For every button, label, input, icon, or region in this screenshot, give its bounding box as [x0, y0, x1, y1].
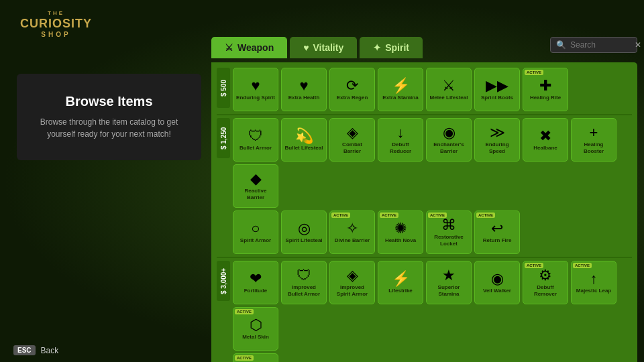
search-bar[interactable]: 🔍 ✕ [550, 37, 637, 53]
item-card[interactable]: ⚡Extra Stamina [378, 68, 423, 111]
item-card[interactable]: ACTIVE✺Health Nova [378, 210, 423, 254]
item-card[interactable]: ⚔Melee Lifesteal [426, 68, 472, 111]
item-icon: ♥ [299, 78, 308, 93]
item-name: Spirit Armor [240, 237, 271, 244]
price-row: $ 500♥Enduring Spirit♥Extra Health⟳Extra… [217, 68, 632, 111]
item-icon: ⚡ [392, 272, 410, 286]
item-card[interactable]: ○Spirit Armor [233, 210, 278, 254]
item-name: Sprint Boots [481, 95, 513, 101]
item-name: Spirit Lifesteal [285, 237, 322, 244]
item-card[interactable]: ↓Debuff Reducer [378, 118, 423, 162]
active-badge: ACTIVE [235, 355, 254, 361]
tab-vitality[interactable]: ♥ Vitality [290, 37, 357, 58]
item-name: Health Nova [385, 237, 416, 244]
item-icon: ◆ [250, 172, 262, 186]
item-card[interactable]: ❤Fortitude [233, 261, 278, 304]
spirit-icon: ✦ [373, 42, 381, 53]
active-badge: ACTIVE [235, 309, 254, 314]
item-icon: ↩ [491, 221, 503, 236]
item-icon: ⟳ [346, 78, 358, 93]
item-card[interactable]: ACTIVE⚙Debuff Remover [523, 261, 568, 304]
item-name: Restorative Locket [429, 234, 468, 247]
item-icon: ✺ [394, 221, 407, 236]
vitality-icon: ♥ [303, 42, 309, 53]
back-label: Back [41, 346, 59, 355]
item-icon: ◉ [443, 125, 455, 140]
item-name: Divine Barrier [335, 237, 370, 244]
esc-key: ESC [13, 345, 36, 355]
item-icon: ◈ [347, 268, 358, 283]
item-icon: + [590, 125, 598, 140]
logo-curiosity: CURIOSITY [20, 17, 92, 32]
item-card[interactable]: 🛡Improved Bullet Armor [281, 261, 327, 304]
item-card[interactable]: ≫Enduring Speed [474, 118, 520, 162]
item-icon: 🛡 [248, 129, 263, 143]
items-row: ACTIVE⌖Rescue Beam [233, 353, 632, 362]
active-badge: ACTIVE [331, 213, 350, 218]
search-input[interactable] [570, 40, 631, 50]
tab-weapon[interactable]: ⚔ Weapon [211, 37, 287, 58]
item-name: Enduring Spirit [236, 95, 275, 101]
item-card[interactable]: ACTIVE↑Majestic Leap [571, 261, 616, 304]
item-name: Extra Stamina [382, 95, 418, 101]
item-name: Extra Regen [337, 95, 368, 101]
item-icon: ⚙ [539, 268, 552, 283]
item-icon: ★ [442, 268, 455, 283]
item-card[interactable]: ACTIVE✚Healing Rite [523, 68, 568, 111]
item-icon: ⚔ [442, 78, 455, 93]
item-name: Superior Stamina [429, 284, 468, 297]
row-separator [217, 114, 632, 115]
item-card[interactable]: ◉Enchanter's Barrier [426, 118, 472, 162]
item-icon: ✚ [539, 78, 551, 93]
item-card[interactable]: ▶▶Sprint Boots [474, 68, 520, 111]
item-card[interactable]: ◈Improved Spirit Armor [329, 261, 375, 304]
item-card[interactable]: ★Superior Stamina [426, 261, 472, 304]
item-name: Enduring Speed [478, 141, 517, 154]
item-card[interactable]: ⟳Extra Regen [329, 68, 375, 111]
item-icon: ✖ [539, 129, 551, 143]
item-name: Healing Booster [574, 141, 613, 154]
weapon-icon: ⚔ [225, 42, 233, 53]
browse-title: Browse Items [30, 94, 188, 109]
item-card[interactable]: ◉Veil Walker [474, 261, 520, 304]
items-row: ❤Fortitude🛡Improved Bullet Armor◈Improve… [233, 261, 632, 351]
tab-spirit-label: Spirit [385, 42, 409, 53]
main-panel: ⚔ Weapon ♥ Vitality ✦ Spirit 🔍 ✕ $ 500♥E… [211, 37, 637, 342]
item-card[interactable]: ACTIVE↩Return Fire [474, 210, 520, 254]
active-badge: ACTIVE [525, 263, 543, 268]
item-name: Return Fire [483, 237, 512, 244]
item-name: Healbane [533, 145, 557, 152]
item-name: Improved Bullet Armor [284, 284, 323, 297]
item-card[interactable]: ♥Enduring Spirit [233, 68, 278, 111]
item-icon: ▶▶ [486, 78, 508, 93]
item-card[interactable]: ACTIVE⌘Restorative Locket [426, 210, 472, 254]
item-card[interactable]: ACTIVE⌖Rescue Beam [233, 353, 278, 362]
item-card[interactable]: ◈Combat Barrier [329, 118, 375, 162]
tab-vitality-label: Vitality [313, 42, 344, 53]
item-card[interactable]: ✖Healbane [523, 118, 568, 162]
item-icon: ⬡ [250, 318, 262, 333]
search-icon: 🔍 [556, 40, 566, 50]
item-name: Majestic Leap [576, 288, 611, 294]
item-name: Veil Walker [483, 288, 511, 294]
item-card[interactable]: ◆Reactive Barrier [233, 164, 278, 208]
item-icon: ⚡ [392, 78, 410, 93]
item-icon: ◎ [298, 221, 311, 236]
item-card[interactable]: +Healing Booster [571, 118, 616, 162]
item-card[interactable]: ♥Extra Health [281, 68, 327, 111]
item-name: Extra Health [288, 95, 320, 101]
item-card[interactable]: ACTIVE⬡Metal Skin [233, 307, 278, 351]
price-row: $ 3,000+❤Fortitude🛡Improved Bullet Armor… [217, 261, 632, 362]
item-card[interactable]: ◎Spirit Lifesteal [281, 210, 327, 254]
item-card[interactable]: 💫Bullet Lifesteal [281, 118, 327, 162]
close-icon[interactable]: ✕ [635, 40, 641, 50]
item-card[interactable]: 🛡Bullet Armor [233, 118, 278, 162]
item-card[interactable]: ⚡Lifestrike [378, 261, 423, 304]
browse-description: Browse through the item catalog to get y… [30, 116, 188, 140]
item-card[interactable]: ACTIVE✧Divine Barrier [329, 210, 375, 254]
price-label: $ 500 [217, 68, 230, 108]
tab-spirit[interactable]: ✦ Spirit [360, 37, 423, 58]
sub-container: ❤Fortitude🛡Improved Bullet Armor◈Improve… [233, 261, 632, 362]
item-icon: ↓ [397, 125, 405, 140]
price-row: $ 1,250🛡Bullet Armor💫Bullet Lifesteal◈Co… [217, 118, 632, 254]
